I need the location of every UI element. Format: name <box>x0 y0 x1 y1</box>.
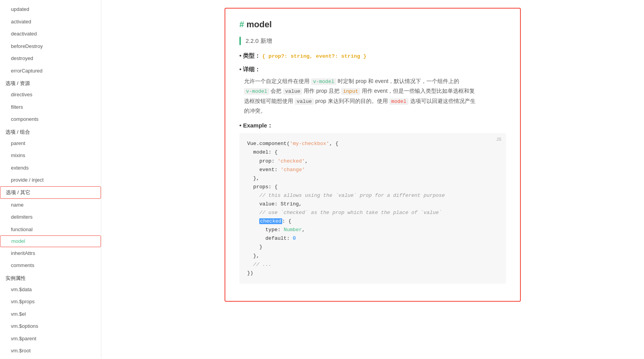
sidebar-item-delimiters[interactable]: delimiters <box>0 211 101 223</box>
sidebar-item-inheritattrs[interactable]: inheritAttrs <box>0 247 101 260</box>
content-box: #model 2.2.0 新增 类型： { prop?: string, eve… <box>225 8 521 302</box>
sidebar-item-model[interactable]: model <box>0 235 101 247</box>
code-line-4: event: 'change' <box>247 166 498 174</box>
code-line-1: Vue.component('my-checkbox', { <box>247 140 498 148</box>
version-line-decoration <box>239 37 241 45</box>
sidebar-item-deactivated[interactable]: deactivated <box>0 28 101 40</box>
code-line-11: type: Number, <box>247 226 498 234</box>
type-label: 类型： { prop?: string, event?: string } <box>239 52 506 60</box>
version-text: 2.2.0 新增 <box>246 37 272 45</box>
version-badge: 2.2.0 新增 <box>239 37 506 45</box>
sidebar-item-filters[interactable]: filters <box>0 101 101 113</box>
sidebar-item-activated[interactable]: activated <box>0 16 101 28</box>
code-line-3: prop: 'checked', <box>247 157 498 166</box>
code-line-7: // this allows using the `value` prop fo… <box>247 191 498 200</box>
code-block: JS Vue.component('my-checkbox', { model:… <box>239 133 506 284</box>
sidebar-item-mixins[interactable]: mixins <box>0 149 101 162</box>
sidebar-item-destroyed[interactable]: destroyed <box>0 52 101 65</box>
sidebar-item-vmparent[interactable]: vm.$parent <box>0 332 101 345</box>
type-section: 类型： { prop?: string, event?: string } <box>239 52 506 60</box>
sidebar-item-vmroot[interactable]: vm.$root <box>0 345 101 357</box>
code-line-12: default: 0 <box>247 234 498 243</box>
code-line-9: // use `checked` as the prop which take … <box>247 209 498 217</box>
sidebar-category-instance: 实例属性 <box>0 272 101 283</box>
section-title: #model <box>239 19 506 30</box>
sidebar-item-components[interactable]: components <box>0 113 101 126</box>
code-line-2: model: { <box>247 148 498 157</box>
detail-text: 允许一个自定义组件在使用 v-model 时定制 prop 和 event，默认… <box>244 76 506 116</box>
sidebar-item-comments[interactable]: comments <box>0 259 101 272</box>
example-section: Example： JS Vue.component('my-checkbox',… <box>239 122 506 284</box>
sidebar-item-directives[interactable]: directives <box>0 88 101 101</box>
code-line-5: }, <box>247 174 498 183</box>
sidebar-item-vmprops[interactable]: vm.$props <box>0 295 101 308</box>
code-line-6: props: { <box>247 183 498 191</box>
code-line-16: }) <box>247 269 498 278</box>
sidebar-item-functional[interactable]: functional <box>0 223 101 236</box>
sidebar-item-vmel[interactable]: vm.$el <box>0 308 101 320</box>
sidebar-item-beforedestroy[interactable]: beforeDestroy <box>0 40 101 53</box>
sidebar-item-updated[interactable]: updated <box>0 3 101 16</box>
code-line-13: } <box>247 243 498 251</box>
sidebar-item-errorcaptured[interactable]: errorCaptured <box>0 65 101 77</box>
main-content: #model 2.2.0 新增 类型： { prop?: string, eve… <box>101 0 644 359</box>
sidebar-item-vmdata[interactable]: vm.$data <box>0 283 101 296</box>
sidebar-item-extends[interactable]: extends <box>0 162 101 174</box>
hash-symbol: # <box>239 19 244 29</box>
sidebar-item-parent[interactable]: parent <box>0 137 101 150</box>
sidebar-item-name[interactable]: name <box>0 199 101 211</box>
code-line-10: checked: { <box>247 217 498 226</box>
detail-label: 详细： <box>239 66 506 73</box>
sidebar-category-composition: 选项 / 组合 <box>0 126 101 137</box>
sidebar-category-misc[interactable]: 选项 / 其它 <box>0 186 101 199</box>
sidebar: updated activated deactivated beforeDest… <box>0 0 101 359</box>
sidebar-item-vmoptions[interactable]: vm.$options <box>0 320 101 332</box>
sidebar-category-resources: 选项 / 资源 <box>0 77 101 88</box>
detail-section: 详细： 允许一个自定义组件在使用 v-model 时定制 prop 和 even… <box>239 66 506 116</box>
code-line-8: value: String, <box>247 200 498 209</box>
code-line-14: }, <box>247 252 498 260</box>
code-line-15: // ... <box>247 260 498 269</box>
type-value: { prop?: string, event?: string } <box>262 53 366 59</box>
example-label: Example： <box>239 122 506 129</box>
sidebar-item-provide-inject[interactable]: provide / inject <box>0 174 101 186</box>
lang-label: JS <box>496 136 501 143</box>
